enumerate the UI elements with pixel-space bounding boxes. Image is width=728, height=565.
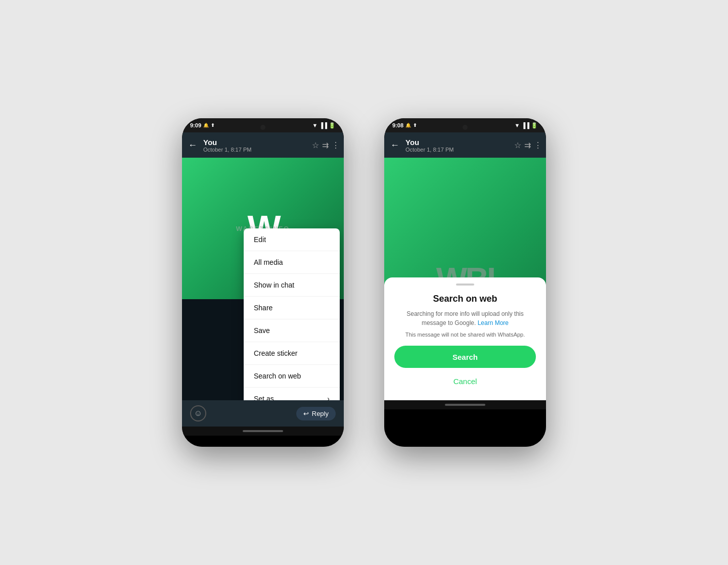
phone-1: 9:09 🔔 ⬆ ▼ ▐▐ 🔋 ← You October 1, 8:17 PM… — [182, 118, 344, 447]
star-icon-2[interactable]: ☆ — [514, 140, 521, 150]
menu-item-set-as[interactable]: Set as… › — [244, 388, 340, 400]
home-pill-2 — [445, 404, 485, 406]
menu-item-create-sticker[interactable]: Create sticker — [244, 342, 340, 365]
home-indicator-1 — [182, 427, 344, 436]
chat-header-1: ← You October 1, 8:17 PM ☆ ⇉ ⋮ — [182, 132, 344, 158]
submenu-arrow: › — [327, 395, 330, 400]
emoji-button[interactable]: ☺ — [190, 405, 206, 421]
forward-icon-1[interactable]: ⇉ — [322, 140, 329, 150]
menu-item-save[interactable]: Save — [244, 319, 340, 342]
sheet-description: Searching for more info will upload only… — [394, 309, 536, 327]
forward-icon-2[interactable]: ⇉ — [524, 140, 531, 150]
chat-name-1: You — [203, 138, 308, 147]
cancel-button[interactable]: Cancel — [394, 372, 536, 390]
menu-item-share[interactable]: Share — [244, 297, 340, 319]
sheet-handle — [456, 284, 474, 286]
header-info-2: You October 1, 8:17 PM — [405, 138, 510, 153]
menu-item-edit[interactable]: Edit — [244, 228, 340, 251]
chat-date-1: October 1, 8:17 PM — [203, 147, 308, 153]
context-menu: Edit All media Show in chat Share Save C… — [244, 228, 340, 400]
bottom-bar-1: ☺ ↩ Reply — [182, 400, 344, 427]
header-info-1: You October 1, 8:17 PM — [203, 138, 308, 153]
header-icons-1: ☆ ⇉ ⋮ — [312, 140, 340, 150]
reply-button[interactable]: ↩ Reply — [296, 407, 336, 420]
star-icon-1[interactable]: ☆ — [312, 140, 319, 150]
more-icon-1[interactable]: ⋮ — [332, 140, 340, 150]
chat-name-2: You — [405, 138, 510, 147]
menu-item-all-media[interactable]: All media — [244, 251, 340, 274]
search-bottom-sheet: Search on web Searching for more info wi… — [384, 277, 546, 400]
home-pill-1 — [243, 430, 283, 432]
more-icon-2[interactable]: ⋮ — [534, 140, 542, 150]
sheet-note: This message will not be shared with Wha… — [394, 332, 536, 338]
chat-header-2: ← You October 1, 8:17 PM ☆ ⇉ ⋮ — [384, 132, 546, 158]
search-button[interactable]: Search — [394, 346, 536, 368]
home-indicator-2 — [384, 400, 546, 409]
sheet-title: Search on web — [394, 294, 536, 304]
menu-item-search-on-web[interactable]: Search on web — [244, 365, 340, 388]
phone-2: 9:08 🔔 ⬆ ▼ ▐▐ 🔋 ← You October 1, 8:17 PM… — [384, 118, 546, 447]
reply-icon: ↩ — [303, 410, 309, 417]
header-icons-2: ☆ ⇉ ⋮ — [514, 140, 542, 150]
camera-dot-2 — [463, 125, 468, 130]
learn-more-link[interactable]: Learn More — [478, 319, 509, 326]
reply-label: Reply — [312, 410, 329, 417]
chat-area-1: W WABETAINFO Edit All media Show in chat… — [182, 158, 344, 400]
chat-area-2: WBI WABETAINFO Search on web Searching f… — [384, 158, 546, 400]
back-button-1[interactable]: ← — [186, 138, 199, 153]
back-button-2[interactable]: ← — [388, 138, 401, 153]
chat-date-2: October 1, 8:17 PM — [405, 147, 510, 153]
menu-item-show-in-chat[interactable]: Show in chat — [244, 274, 340, 297]
camera-dot — [260, 125, 265, 130]
